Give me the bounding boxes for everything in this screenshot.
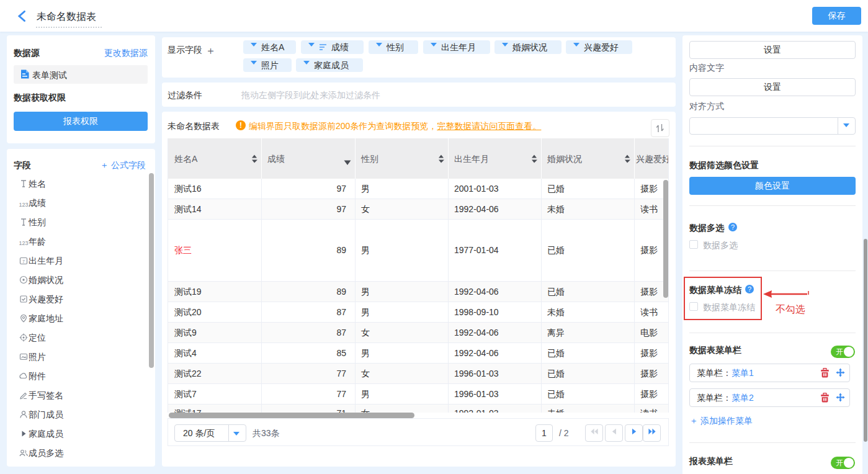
svg-text:7: 7	[22, 259, 25, 264]
